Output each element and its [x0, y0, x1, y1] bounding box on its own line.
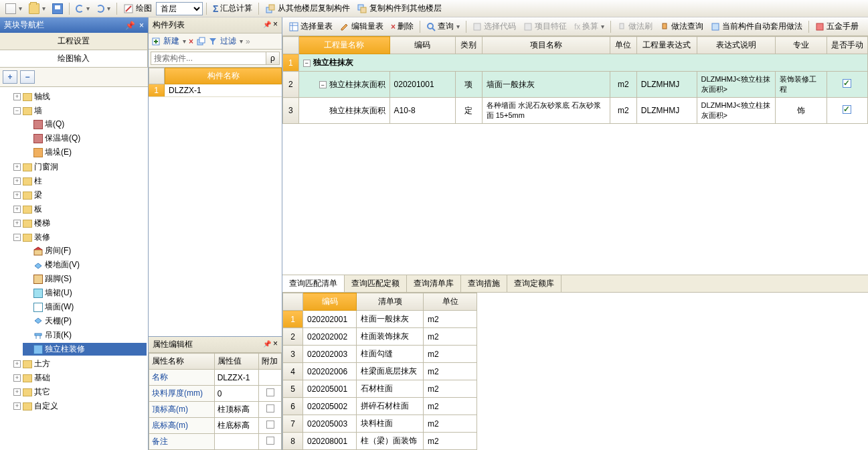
- prop-row[interactable]: 底标高(m)柱底标高: [149, 418, 282, 434]
- result-grid[interactable]: 编码 清单项 单位 1020202001柱面一般抹灰m22020202002柱面…: [282, 293, 477, 450]
- tree-wall-q[interactable]: 墙(Q): [23, 118, 147, 131]
- col-type[interactable]: 类别: [455, 37, 482, 54]
- component-row[interactable]: 1 DLZZX-1: [149, 84, 282, 97]
- tree-decor[interactable]: −装修: [12, 231, 147, 244]
- close-icon[interactable]: ×: [273, 19, 278, 29]
- result-row[interactable]: 6020205002拼碎石材柱面m2: [283, 398, 477, 415]
- result-row[interactable]: 2020202002柱面装饰抹灰m2: [283, 328, 477, 346]
- col-proj[interactable]: 项目名称: [482, 37, 610, 54]
- grid-row[interactable]: 1 −独立柱抹灰: [283, 54, 868, 72]
- delete-button[interactable]: ×删除: [388, 19, 416, 33]
- pin-icon[interactable]: 📌: [263, 340, 271, 348]
- open-button[interactable]: ▾: [26, 2, 48, 15]
- tree-opening[interactable]: +门窗洞: [12, 161, 147, 173]
- tab-list-lib[interactable]: 查询清单库: [407, 275, 461, 292]
- checkbox[interactable]: [843, 105, 851, 114]
- new-component-button[interactable]: 新建: [163, 35, 179, 47]
- hardware-button[interactable]: 五金手册: [812, 19, 861, 33]
- col-code[interactable]: 编码: [303, 293, 357, 311]
- tree-wallface[interactable]: 墙面(W): [23, 301, 147, 313]
- col-code[interactable]: 编码: [389, 37, 455, 54]
- copy-to-other-button[interactable]: 复制构件到其他楼层: [354, 1, 444, 15]
- nav-tree[interactable]: +轴线 −墙 墙(Q) 保温墙(Q) 墙垛(E) +门窗洞 +柱 +梁 +板 +…: [0, 87, 148, 450]
- tree-col-decor[interactable]: 独立柱装修: [23, 343, 147, 356]
- tab-match-quota[interactable]: 查询匹配定额: [345, 275, 407, 292]
- save-button[interactable]: [50, 2, 66, 15]
- close-icon[interactable]: ×: [273, 339, 278, 348]
- checkbox[interactable]: [266, 404, 274, 412]
- more-button[interactable]: »: [246, 37, 250, 46]
- col-name[interactable]: 工程量名称: [298, 37, 389, 54]
- auto-apply-button[interactable]: 当前构件自动套用做法: [708, 19, 805, 33]
- tree-beam[interactable]: +梁: [12, 189, 147, 202]
- tab-measure[interactable]: 查询措施: [461, 275, 507, 292]
- collapse-icon[interactable]: −: [303, 60, 311, 67]
- tree-room[interactable]: 房间(F): [23, 244, 147, 257]
- new-button[interactable]: ▾: [3, 2, 25, 15]
- result-row[interactable]: 8020208001柱（梁）面装饰m2: [283, 433, 477, 450]
- tab-setup[interactable]: 工程设置: [0, 33, 148, 50]
- tree-axis[interactable]: +轴线: [12, 90, 147, 103]
- tree-skirt[interactable]: 踢脚(S): [23, 273, 147, 285]
- tree-wall[interactable]: −墙: [12, 104, 147, 117]
- brush-query-button[interactable]: 做法查询: [657, 19, 706, 33]
- result-row[interactable]: 7020205003块料柱面m2: [283, 415, 477, 433]
- result-row[interactable]: 4020202006柱梁面底层抹灰m2: [283, 363, 477, 380]
- tree-column[interactable]: +柱: [12, 175, 147, 188]
- col-item[interactable]: 清单项: [357, 293, 424, 311]
- tree-slab[interactable]: +板: [12, 203, 147, 216]
- tree-ceiling[interactable]: 天棚(P): [23, 315, 147, 327]
- tree-floor[interactable]: 楼地面(V): [23, 258, 147, 271]
- brush-button[interactable]: 做法刷: [614, 19, 655, 33]
- prop-row[interactable]: 顶标高(m)柱顶标高: [149, 402, 282, 418]
- copy-from-other-button[interactable]: 从其他楼层复制构件: [262, 1, 353, 15]
- convert-button[interactable]: fx换算▾: [572, 19, 607, 33]
- close-icon[interactable]: ×: [139, 21, 144, 30]
- edit-table-button[interactable]: 编辑量表: [337, 19, 386, 33]
- tree-other[interactable]: +其它: [12, 386, 147, 398]
- prop-row[interactable]: 块料厚度(mm)0: [149, 386, 282, 402]
- collapse-icon[interactable]: −: [319, 81, 327, 88]
- tree-wainscot[interactable]: 墙裙(U): [23, 287, 147, 299]
- tree-wall-d[interactable]: 墙垛(E): [23, 146, 147, 159]
- prop-row[interactable]: 备注: [149, 434, 282, 450]
- col-spec[interactable]: 专业: [775, 37, 827, 54]
- grid-row[interactable]: 2 −独立柱抹灰面积 020201001 项 墙面一般抹灰 m2 DLZMHMJ…: [283, 72, 868, 98]
- collapse-all-button[interactable]: −: [20, 70, 35, 84]
- checkbox[interactable]: [266, 437, 274, 445]
- col-manual[interactable]: 是否手动: [827, 37, 867, 54]
- draw-mode-button[interactable]: 绘图: [120, 1, 155, 15]
- redo-button[interactable]: ▾: [94, 3, 113, 14]
- delete-button[interactable]: ×: [189, 37, 193, 46]
- result-row[interactable]: 1020202001柱面一般抹灰m2: [283, 311, 477, 328]
- filter-button[interactable]: 过滤: [220, 35, 236, 47]
- select-code-button[interactable]: 选择代码: [470, 19, 519, 33]
- tree-hang[interactable]: 吊顶(K): [23, 329, 147, 342]
- copy-icon[interactable]: [196, 37, 205, 46]
- checkbox[interactable]: [266, 421, 274, 429]
- result-row[interactable]: 5020205001石材柱面m2: [283, 380, 477, 398]
- col-unit[interactable]: 单位: [424, 293, 477, 311]
- col-desc[interactable]: 表达式说明: [697, 37, 775, 54]
- search-input[interactable]: [151, 52, 266, 65]
- tree-earth[interactable]: +土方: [12, 358, 147, 370]
- tree-custom[interactable]: +自定义: [12, 400, 147, 412]
- tab-match-list[interactable]: 查询匹配清单: [282, 275, 345, 292]
- expand-all-button[interactable]: +: [3, 70, 17, 84]
- tab-draw-input[interactable]: 绘图输入: [0, 50, 148, 67]
- col-expr[interactable]: 工程量表达式: [636, 37, 697, 54]
- grid-row[interactable]: 3 独立柱抹灰面积 A10-8 定 各种墙面 水泥石灰砂浆底 石灰砂浆面 15+…: [283, 98, 868, 124]
- search-go-button[interactable]: ρ: [266, 52, 280, 65]
- sum-calc-button[interactable]: Σ汇总计算: [210, 1, 255, 15]
- main-grid[interactable]: 工程量名称 编码 类别 项目名称 单位 工程量表达式 表达式说明 专业 是否手动…: [282, 36, 868, 124]
- pin-icon[interactable]: 📌: [263, 21, 271, 28]
- checkbox[interactable]: [843, 79, 851, 88]
- select-table-button[interactable]: 选择量表: [286, 19, 335, 33]
- checkbox[interactable]: [266, 388, 274, 396]
- proj-feature-button[interactable]: 项目特征: [521, 19, 570, 33]
- tree-stair[interactable]: +楼梯: [12, 217, 147, 230]
- pin-icon[interactable]: 📌: [125, 21, 135, 30]
- tab-quota-lib[interactable]: 查询定额库: [507, 275, 561, 292]
- result-row[interactable]: 3020202003柱面勾缝m2: [283, 346, 477, 363]
- col-unit[interactable]: 单位: [610, 37, 637, 54]
